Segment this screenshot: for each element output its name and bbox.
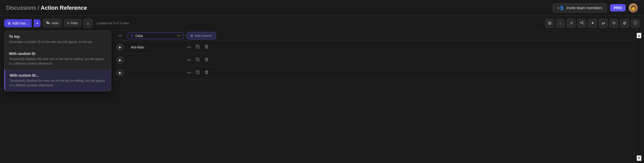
search-button[interactable]: ⌕ <box>84 19 93 28</box>
column-options-dots[interactable]: ••• <box>112 33 128 38</box>
dropdown-item-to-top[interactable]: To top Generates a smaller ID so the new… <box>4 31 111 48</box>
hide-icon <box>46 21 50 26</box>
add-column-icon: ⊞ <box>190 34 193 38</box>
add-row-button[interactable]: ⊞ Add row... <box>4 19 32 27</box>
invite-icon: +👤 <box>557 6 565 10</box>
extensions-button[interactable]: ✦ <box>588 19 597 28</box>
header: Discussions / Action Reference +👤 Invite… <box>0 0 644 16</box>
export-icon: ↑ <box>559 21 561 26</box>
filter-button[interactable]: ≡ Filter <box>64 19 81 27</box>
row-play-area: ▶ <box>112 56 128 64</box>
scrollbar: ▲ ▼ <box>634 31 644 163</box>
share-button[interactable]: ↗ <box>566 19 576 28</box>
row-play-button[interactable]: ▶ <box>116 69 124 77</box>
play-icon: ▶ <box>119 45 121 49</box>
row-copy-button[interactable] <box>195 69 201 76</box>
dropdown-item-to-top-title: To top <box>9 34 106 39</box>
dropdown-item-random-id[interactable]: With random ID Temporarily displays the … <box>4 48 111 70</box>
dropdown-item-custom-id[interactable]: With custom ID... Temporarily displays t… <box>4 70 111 91</box>
toolbar: ⊞ Add row... ▾ Hide ≡ Filter ⌕ Loaded al… <box>0 16 644 31</box>
breadcrumb-separator: / <box>38 5 39 11</box>
row-actions: ••• <box>184 69 212 76</box>
info-button[interactable]: ⓘ <box>631 19 640 28</box>
row-play-button[interactable]: ▶ <box>116 43 124 51</box>
toolbar-right: ⊞ ↑ ↗ ✦ ⇄ ↻ <box>545 19 640 28</box>
table-row: ▶ Ant-Man ••• <box>112 41 634 54</box>
row-copy-button[interactable] <box>195 56 201 64</box>
table-view-button[interactable]: ⊞ <box>545 19 554 28</box>
loaded-rows-text: Loaded all 3 of 3 rows <box>97 21 129 25</box>
svg-rect-8 <box>197 72 199 74</box>
svg-point-3 <box>582 23 583 24</box>
search-icon: ⌕ <box>87 21 89 26</box>
settings-button[interactable]: ⚙ <box>620 19 629 28</box>
row-more-button[interactable]: ••• <box>186 69 192 76</box>
sync-button[interactable]: ↻ <box>609 19 618 28</box>
table-area: ••• fx Data ••• ⊞ Add column ▶ Ant-Man •… <box>112 31 634 163</box>
row-data-cell: Ant-Man <box>128 45 184 49</box>
svg-line-5 <box>581 23 582 24</box>
add-row-dropdown-menu: To top Generates a smaller ID so the new… <box>4 31 111 91</box>
data-column-header[interactable]: fx Data ••• <box>128 32 184 39</box>
add-row-icon: ⊞ <box>8 21 11 25</box>
scroll-down-button[interactable]: ▼ <box>637 155 642 161</box>
row-actions: ••• <box>184 44 212 51</box>
dropdown-item-random-id-desc: Temporarily displays the new row on the … <box>9 57 106 66</box>
extensions-icon: ✦ <box>591 21 594 26</box>
dropdown-item-random-id-title: With random ID <box>9 52 106 56</box>
add-row-dropdown-button[interactable]: ▾ <box>34 19 41 27</box>
hide-button[interactable]: Hide <box>43 19 62 28</box>
row-delete-button[interactable] <box>204 56 210 64</box>
breadcrumb-discussions[interactable]: Discussions <box>6 5 36 11</box>
add-column-button[interactable]: ⊞ Add column <box>186 32 216 39</box>
play-icon: ▶ <box>119 71 121 75</box>
breadcrumb-action-reference: Action Reference <box>41 5 87 11</box>
play-icon: ▶ <box>119 58 121 62</box>
api-icon <box>580 21 584 26</box>
table-row: ▶ ••• <box>112 54 634 66</box>
toolbar-left: ⊞ Add row... ▾ Hide ≡ Filter ⌕ Loaded al… <box>4 19 129 28</box>
settings-icon: ⚙ <box>623 21 626 26</box>
row-more-button[interactable]: ••• <box>186 44 192 51</box>
svg-rect-6 <box>197 46 199 48</box>
svg-point-2 <box>582 21 583 22</box>
fx-icon: fx <box>131 34 134 38</box>
export-button[interactable]: ↑ <box>556 19 565 28</box>
column-header-more-icon[interactable]: ••• <box>177 34 181 38</box>
row-play-area: ▶ <box>112 69 128 77</box>
row-copy-button[interactable] <box>195 44 201 51</box>
row-actions: ••• <box>184 56 212 64</box>
header-actions: +👤 Invite team members PRO 🧑 <box>553 3 638 13</box>
row-play-button[interactable]: ▶ <box>116 56 124 64</box>
breadcrumb: Discussions / Action Reference <box>6 5 87 11</box>
svg-line-4 <box>581 22 582 22</box>
relations-button[interactable]: ⇄ <box>599 19 608 28</box>
row-delete-button[interactable] <box>204 44 210 51</box>
scroll-up-button[interactable]: ▲ <box>637 33 642 38</box>
avatar-image: 🧑 <box>629 3 638 13</box>
relations-icon: ⇄ <box>602 21 605 26</box>
dropdown-item-custom-id-desc: Temporarily displays the new row on the … <box>10 78 106 88</box>
invite-team-members-button[interactable]: +👤 Invite team members <box>553 3 607 13</box>
sync-icon: ↻ <box>612 21 616 26</box>
pro-badge-button[interactable]: PRO <box>610 4 626 11</box>
filter-icon: ≡ <box>67 21 69 25</box>
chevron-down-icon: ▾ <box>37 21 38 25</box>
column-label: Data <box>135 34 143 38</box>
row-play-area: ▶ <box>112 43 128 51</box>
svg-point-1 <box>580 22 581 23</box>
column-header-row: ••• fx Data ••• ⊞ Add column <box>112 31 634 41</box>
dropdown-item-to-top-desc: Generates a smaller ID so the new row wi… <box>9 40 106 44</box>
avatar[interactable]: 🧑 <box>629 3 638 13</box>
share-icon: ↗ <box>569 21 573 26</box>
svg-rect-7 <box>197 59 199 61</box>
table-row: ▶ ••• <box>112 66 634 79</box>
table-view-icon: ⊞ <box>548 21 551 26</box>
row-delete-button[interactable] <box>204 69 210 76</box>
main-content: To top Generates a smaller ID so the new… <box>0 31 644 163</box>
info-icon: ⓘ <box>633 20 637 26</box>
dropdown-item-custom-id-title: With custom ID... <box>10 73 106 77</box>
row-more-button[interactable]: ••• <box>186 57 192 63</box>
api-button[interactable] <box>577 19 586 28</box>
